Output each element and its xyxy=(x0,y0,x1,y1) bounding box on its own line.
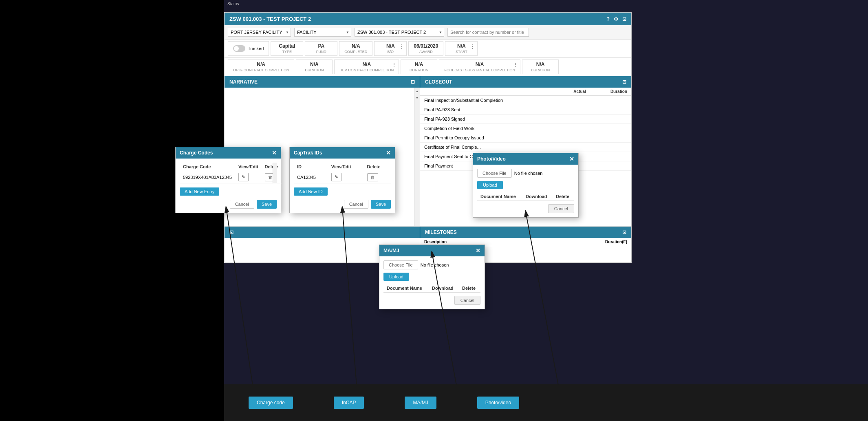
mamj-modal: MA/MJ ✕ Choose File No file chosen Uploa… xyxy=(379,245,485,309)
forecast-kebab-icon[interactable]: ⋮ xyxy=(513,62,518,68)
mamj-title: MA/MJ xyxy=(383,248,399,253)
forecast-value: N/A xyxy=(476,62,484,67)
charge-codes-cancel-button[interactable]: Cancel xyxy=(230,200,254,209)
photo-video-body: Choose File No file chosen Upload Docume… xyxy=(473,165,578,217)
bo-kebab-icon[interactable]: ⋮ xyxy=(399,43,405,50)
mamj-doc-table: Document Name Download Delete xyxy=(383,284,480,293)
mamj-header: MA/MJ ✕ xyxy=(379,245,485,256)
start-cell: N/A START ⋮ xyxy=(445,41,478,56)
closeout-title: CLOSEOUT xyxy=(425,79,452,85)
settings-icon[interactable]: ⚙ xyxy=(614,16,618,22)
closeout-row-2: Final PA-923 Sent xyxy=(420,105,631,115)
milestones-col2-header xyxy=(493,240,589,244)
captrak-view-button[interactable]: ✎ xyxy=(331,173,341,181)
photo-doc-name-col: Document Name xyxy=(477,192,522,201)
window-titlebar-icons: ? ⚙ ⊡ xyxy=(607,16,626,22)
mamj-btn[interactable]: MA/MJ xyxy=(405,397,436,409)
info-row-2: N/A ORIG CONTRACT COMPLETION N/A DURATIO… xyxy=(225,58,631,76)
closeout-expand-icon[interactable]: ⊡ xyxy=(622,79,626,85)
toolbar-row: PORT JERSEY FACILITY FACILITY ZSW 001.00… xyxy=(225,25,631,40)
charge-codes-title: Charge Codes xyxy=(180,150,213,156)
photo-video-button[interactable]: Photo/video xyxy=(477,397,519,409)
photo-file-input-row: Choose File No file chosen xyxy=(477,169,574,178)
add-new-entry-button[interactable]: Add New Entry xyxy=(180,187,219,196)
closeout-header: CLOSEOUT ⊡ xyxy=(420,76,631,88)
completed-label: COMPLETED xyxy=(344,50,367,54)
milestones-durationf-header: Duration(F) xyxy=(605,240,627,244)
help-icon[interactable]: ? xyxy=(607,16,610,22)
contract-select-wrapper: ZSW 001.003 - TEST PROJECT 2 xyxy=(355,28,444,37)
closeout-row-4-label: Completion of Field Work xyxy=(424,126,474,131)
captrak-row-1: CA12345 ✎ 🗑 xyxy=(294,171,391,183)
mamj-upload-button[interactable]: Upload xyxy=(383,273,409,281)
rev-value: N/A xyxy=(362,62,371,67)
ct-col-delete: Delete xyxy=(364,163,391,171)
scroll-down-icon[interactable]: ▼ xyxy=(416,95,419,101)
tracked-toggle[interactable] xyxy=(233,45,245,52)
type-select[interactable]: FACILITY xyxy=(294,28,351,37)
closeout-row-6: Certificate of Final Comple... xyxy=(420,143,631,152)
mamj-cancel-button[interactable]: Cancel xyxy=(454,296,480,305)
narrative-expand-icon[interactable]: ⊡ xyxy=(411,79,415,85)
duration2-value: N/A xyxy=(415,62,423,67)
charge-code-view-button[interactable]: ✎ xyxy=(238,173,249,181)
charge-code-button[interactable]: Charge code xyxy=(249,397,293,409)
pa-value: PA xyxy=(318,43,324,49)
closeout-row-5: Final Permit to Occupy Issued xyxy=(420,133,631,143)
milestones-desc-header: Description xyxy=(424,240,485,244)
closeout-row-1: Final Inspection/Substantial Completion xyxy=(420,96,631,105)
captrak-title: CapTrak IDs xyxy=(294,150,322,156)
start-label: START xyxy=(456,50,467,54)
mamj-doc-table-wrapper: Document Name Download Delete xyxy=(383,284,480,293)
status-bar: Status xyxy=(224,0,242,8)
mamj-choose-file-button[interactable]: Choose File xyxy=(383,260,418,269)
photo-choose-file-button[interactable]: Choose File xyxy=(477,169,512,178)
charge-code-value: 592319X401A03A12345 xyxy=(180,171,235,183)
mamj-close-icon[interactable]: ✕ xyxy=(476,247,480,254)
fund-label: FUND xyxy=(316,50,326,54)
cc-col-delete: Delete xyxy=(262,163,282,171)
duration1-cell: N/A DURATION xyxy=(296,60,333,74)
captrak-delete-button[interactable]: 🗑 xyxy=(367,173,378,181)
incap-button[interactable]: InCAP xyxy=(334,397,364,409)
photo-cancel-button[interactable]: Cancel xyxy=(548,204,574,213)
search-input[interactable] xyxy=(447,28,529,37)
photo-delete-col: Delete xyxy=(553,192,574,201)
rev-completion-cell: N/A REV CONTRACT COMPLETION ⋮ xyxy=(334,60,399,74)
forecast-label: FORECAST SUBSTANTIAL COMPLETION xyxy=(444,68,515,72)
charge-codes-save-button[interactable]: Save xyxy=(257,200,277,209)
mamj-file-input-row: Choose File No file chosen xyxy=(383,260,480,269)
duration2-cell: N/A DURATION xyxy=(401,60,437,74)
tracked-cell: Tracked xyxy=(228,41,269,56)
charge-code-view-btn-cell: ✎ xyxy=(235,171,262,183)
captrak-save-button[interactable]: Save xyxy=(371,200,391,209)
rev-kebab-icon[interactable]: ⋮ xyxy=(391,62,397,68)
narrative-scrollbar[interactable]: ▲ ▼ xyxy=(414,88,420,226)
expand-icon[interactable]: ⊡ xyxy=(622,16,626,22)
duration3-value: N/A xyxy=(536,62,545,67)
completed-value: N/A xyxy=(352,43,360,49)
duration1-value: N/A xyxy=(310,62,319,67)
mamj-body: Choose File No file chosen Upload Docume… xyxy=(379,256,485,309)
captrak-id-value: CA12345 xyxy=(294,171,328,183)
captrak-cancel-button[interactable]: Cancel xyxy=(344,200,368,209)
orig-completion-cell: N/A ORIG CONTRACT COMPLETION xyxy=(228,60,294,74)
charge-codes-scrollbar[interactable] xyxy=(273,163,277,183)
start-kebab-icon[interactable]: ⋮ xyxy=(470,43,476,50)
captrak-close-icon[interactable]: ✕ xyxy=(386,150,391,156)
expand-icon-2[interactable]: ⊡ xyxy=(229,229,234,235)
cc-col-view: View/Edit xyxy=(235,163,262,171)
photo-video-modal: Photo/Video ✕ Choose File No file chosen… xyxy=(473,153,579,218)
facility-select[interactable]: PORT JERSEY FACILITY xyxy=(228,28,291,37)
captrak-modal: CapTrak IDs ✕ ID View/Edit Delete CA1234… xyxy=(289,147,395,213)
charge-codes-close-icon[interactable]: ✕ xyxy=(272,150,277,156)
closeout-row-2-label: Final PA-923 Sent xyxy=(424,107,460,112)
photo-upload-button[interactable]: Upload xyxy=(477,181,503,189)
charge-codes-modal-header: Charge Codes ✕ xyxy=(176,147,281,159)
add-new-id-button[interactable]: Add New ID xyxy=(294,187,328,196)
milestones-expand-icon[interactable]: ⊡ xyxy=(622,229,626,235)
photo-video-title: Photo/Video xyxy=(477,156,506,162)
contract-select[interactable]: ZSW 001.003 - TEST PROJECT 2 xyxy=(355,28,444,37)
scroll-up-icon[interactable]: ▲ xyxy=(416,88,419,95)
photo-video-close-icon[interactable]: ✕ xyxy=(569,156,574,162)
